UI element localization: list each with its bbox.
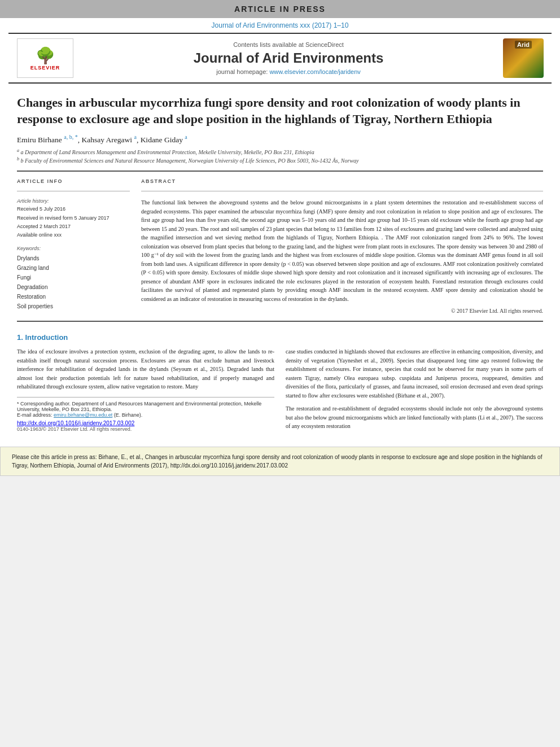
doi-link[interactable]: http://dx.doi.org/10.1016/j.jaridenv.201…	[17, 420, 134, 426]
info-divider	[17, 191, 130, 191]
keyword-grazing: Grazing land	[17, 263, 130, 273]
intro-section-header: 1. Introduction	[17, 333, 543, 342]
journal-volume-text: Journal of Arid Environments xxx (2017) …	[212, 21, 349, 29]
corresponding-note: * Corresponding author. Department of La…	[17, 401, 274, 412]
intro-p2: case studies conducted in highlands show…	[286, 347, 543, 400]
header-divider	[17, 171, 543, 172]
email-label: E-mail address:	[17, 412, 53, 418]
authors-line: Emiru Birhane a, b, *, Kahsay Aregawi a,…	[17, 134, 543, 145]
email-line: E-mail address: emiru.birhane@mu.edu.et …	[17, 412, 274, 418]
citation-bar: Please cite this article in press as: Bi…	[0, 447, 560, 476]
section-divider	[17, 321, 543, 322]
keyword-restoration: Restoration	[17, 292, 130, 302]
arid-logo-area: Arid	[501, 38, 546, 78]
intro-p3: The restoration and re-establishment of …	[286, 404, 543, 431]
affiliation-b: b b Faculty of Environmental Sciences an…	[17, 156, 543, 164]
abstract-text: The functional link between the abovegro…	[141, 198, 543, 303]
sciencedirect-prefix: Contents lists available at ScienceDirec…	[233, 41, 344, 48]
elsevier-logo: 🌳 ELSEVIER	[17, 38, 73, 78]
footnote-section: * Corresponding author. Department of La…	[17, 397, 274, 418]
keyword-drylands: Drylands	[17, 254, 130, 263]
received-date: Received 5 July 2016	[17, 205, 130, 213]
aip-banner: ARTICLE IN PRESS	[0, 0, 560, 18]
elsevier-wordmark: ELSEVIER	[30, 65, 60, 71]
intro-col-left: The idea of exclosure involves a protect…	[17, 347, 274, 435]
citation-text: Please cite this article in press as: Bi…	[12, 454, 542, 469]
page: ARTICLE IN PRESS Journal of Arid Environ…	[0, 0, 560, 476]
abstract-heading: ABSTRACT	[141, 178, 543, 184]
journal-top-line: Journal of Arid Environments xxx (2017) …	[0, 18, 560, 33]
intro-p1: The idea of exclosure involves a protect…	[17, 347, 274, 391]
abstract-divider	[141, 191, 543, 191]
homepage-label: journal homepage:	[216, 68, 268, 75]
doi-line[interactable]: http://dx.doi.org/10.1016/j.jaridenv.201…	[17, 420, 274, 426]
keyword-soil: Soil properties	[17, 302, 130, 311]
arid-journal-logo: Arid	[503, 38, 544, 78]
article-title: Changes in arbuscular mycorrhiza fungi s…	[17, 95, 543, 127]
article-info-heading: ARTICLE INFO	[17, 178, 130, 184]
keywords-list: Drylands Grazing land Fungi Degradation …	[17, 254, 130, 311]
available-date: Available online xxx	[17, 231, 130, 239]
homepage-line: journal homepage: www.elsevier.com/locat…	[76, 68, 501, 75]
journal-header-center: Contents lists available at ScienceDirec…	[76, 41, 501, 75]
keyword-degradation: Degradation	[17, 282, 130, 292]
intro-left-text: The idea of exclosure involves a protect…	[17, 347, 274, 391]
intro-number: 1.	[17, 333, 23, 342]
affiliation-a: a a Department of Land Resources Managem…	[17, 148, 543, 155]
homepage-url[interactable]: www.elsevier.com/locate/jaridenv	[269, 68, 360, 75]
accepted-date: Accepted 2 March 2017	[17, 222, 130, 231]
article-info-column: ARTICLE INFO Article history: Received 5…	[17, 178, 130, 314]
main-content: Changes in arbuscular mycorrhiza fungi s…	[0, 84, 560, 447]
journal-header: 🌳 ELSEVIER Contents lists available at S…	[8, 33, 552, 84]
sciencedirect-line: Contents lists available at ScienceDirec…	[76, 41, 501, 48]
article-history-label: Article history:	[17, 198, 130, 204]
intro-col-right: case studies conducted in highlands show…	[286, 347, 543, 435]
introduction-section: 1. Introduction The idea of exclosure in…	[17, 333, 543, 435]
keyword-fungi: Fungi	[17, 273, 130, 282]
journal-name: Journal of Arid Environments	[76, 50, 501, 66]
elsevier-logo-area: 🌳 ELSEVIER	[14, 38, 76, 78]
elsevier-tree-icon: 🌳	[36, 46, 55, 65]
article-info-abstract-section: ARTICLE INFO Article history: Received 5…	[17, 178, 543, 314]
arid-logo-text: Arid	[515, 41, 532, 49]
intro-right-text: case studies conducted in highlands show…	[286, 347, 543, 431]
abstract-paragraph: The functional link between the abovegro…	[141, 198, 543, 303]
keywords-label: Keywords:	[17, 246, 130, 251]
email-suffix: (E. Birhane).	[114, 412, 143, 418]
copyright-bottom: 0140-1963/© 2017 Elsevier Ltd. All right…	[17, 426, 274, 432]
article-dates: Received 5 July 2016 Received in revised…	[17, 205, 130, 239]
abstract-copyright: © 2017 Elsevier Ltd. All rights reserved…	[141, 308, 543, 314]
intro-body: The idea of exclosure involves a protect…	[17, 347, 543, 435]
intro-title: Introduction	[25, 333, 68, 342]
revised-date: Received in revised form 5 January 2017	[17, 214, 130, 222]
abstract-column: ABSTRACT The functional link between the…	[141, 178, 543, 314]
email-link[interactable]: emiru.birhane@mu.edu.et	[54, 412, 112, 418]
aip-text: ARTICLE IN PRESS	[234, 5, 326, 14]
